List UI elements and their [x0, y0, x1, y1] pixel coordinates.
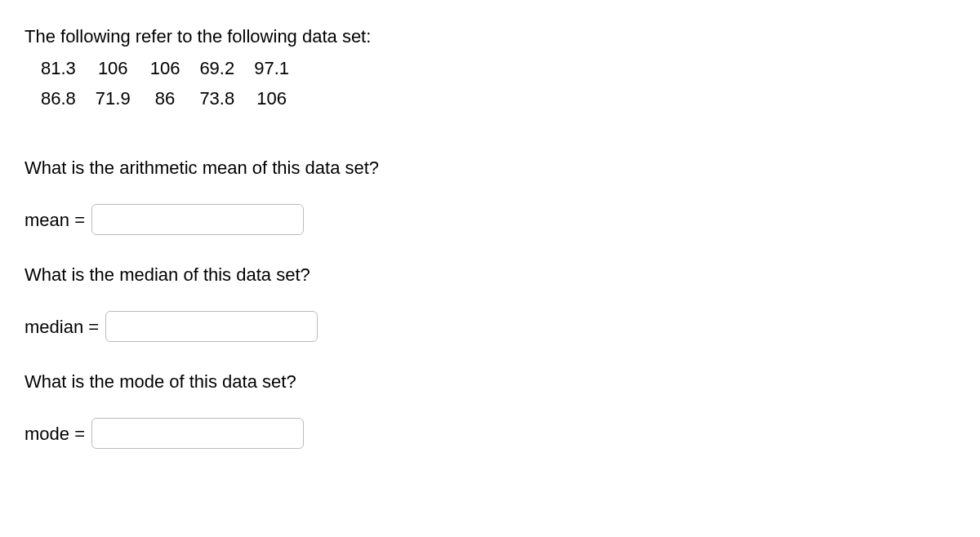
median-label: median = — [24, 313, 99, 340]
data-cell: 106 — [140, 53, 190, 83]
answer-row-mean: mean = — [24, 204, 956, 235]
data-cell: 97.1 — [244, 53, 299, 83]
table-row: 86.8 71.9 86 73.8 106 — [31, 83, 299, 113]
data-set-table: 81.3 106 106 69.2 97.1 86.8 71.9 86 73.8… — [31, 53, 299, 113]
answer-row-median: median = — [24, 311, 956, 342]
data-cell: 106 — [244, 83, 299, 113]
table-row: 81.3 106 106 69.2 97.1 — [31, 53, 299, 83]
data-cell: 81.3 — [31, 53, 86, 83]
mean-input[interactable] — [91, 204, 304, 235]
data-cell: 71.9 — [86, 83, 140, 113]
data-cell: 73.8 — [189, 83, 244, 113]
data-cell: 86 — [140, 83, 190, 113]
median-input[interactable] — [105, 311, 318, 342]
question-median: What is the median of this data set? — [24, 261, 956, 288]
data-cell: 106 — [86, 53, 140, 83]
answer-row-mode: mode = — [24, 418, 956, 449]
data-cell: 86.8 — [31, 83, 86, 113]
mode-input[interactable] — [91, 418, 304, 449]
data-cell: 69.2 — [189, 53, 244, 83]
question-mean: What is the arithmetic mean of this data… — [24, 154, 956, 181]
mean-label: mean = — [24, 206, 85, 233]
mode-label: mode = — [24, 420, 85, 447]
problem-intro: The following refer to the following dat… — [24, 23, 956, 50]
question-mode: What is the mode of this data set? — [24, 368, 956, 395]
